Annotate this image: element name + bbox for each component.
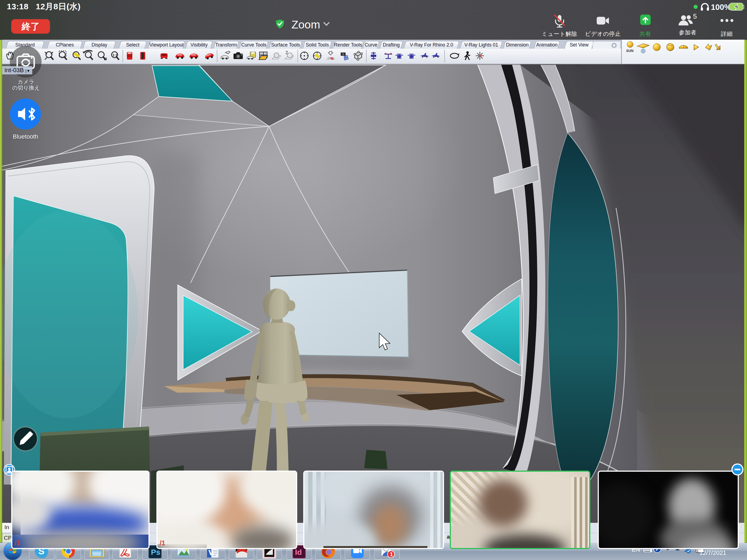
svg-text:1: 1 — [390, 551, 393, 557]
svg-text:Ps: Ps — [151, 548, 160, 556]
svg-text:5: 5 — [693, 14, 697, 20]
svg-text:2: 2 — [285, 50, 288, 55]
svg-text:12/7/2021: 12/7/2021 — [699, 549, 726, 556]
svg-text:1:1: 1:1 — [112, 53, 118, 57]
svg-text:Id: Id — [295, 548, 302, 556]
svg-text:100%: 100% — [711, 3, 731, 11]
svg-text:Zoom: Zoom — [291, 19, 320, 31]
svg-text:SUN: SUN — [626, 49, 634, 53]
